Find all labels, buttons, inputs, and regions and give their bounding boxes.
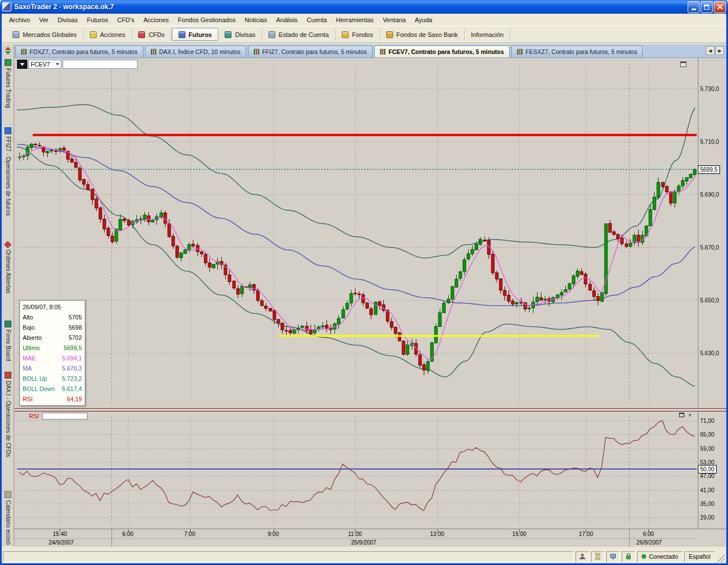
rsi-close-icon[interactable]: ×	[686, 412, 693, 418]
info-timestamp: 26/09/07, 8:05	[23, 302, 82, 312]
info-row-label: MA	[23, 363, 32, 373]
time-label: 15:40	[53, 531, 67, 537]
rsi-midline-tag: 50,00	[698, 465, 717, 473]
rsi-restore-icon[interactable]	[678, 412, 685, 418]
lock-icon[interactable]	[622, 551, 635, 562]
app-window: SaxoTrader 2 - workspace.ok.7 ArchivoVer…	[0, 0, 728, 565]
resize-grip[interactable]	[717, 551, 725, 562]
toolbar-button-cfds[interactable]: CFDs	[132, 28, 171, 41]
sidebar-collapse-control[interactable]	[5, 44, 11, 57]
sidebar-item-forex-board[interactable]: Forex Board	[5, 318, 11, 369]
sidebar-item-label: Futures Trading	[5, 68, 11, 108]
menu-acciones[interactable]: Acciones	[139, 15, 173, 25]
info-row-mae: MAE5.694,1	[23, 353, 82, 363]
menu-analisis[interactable]: Análisis	[271, 15, 302, 25]
tab-dax-i[interactable]: DAX.I, Índice CFD, 10 minutos	[145, 45, 246, 57]
sidebar-item-dax-i-operaciones-de-cfds[interactable]: DAX.I - Operaciones de CFDs	[5, 369, 11, 489]
tab-label: FESXZ7, Contrato para futuros, 5 minutos	[526, 48, 637, 55]
markets-icon	[13, 31, 19, 38]
sidebar-item-futures-trading[interactable]: Futures Trading	[5, 57, 11, 125]
toolbar-button-acciones[interactable]: Acciones	[84, 28, 133, 41]
language-indicator[interactable]: Español	[684, 551, 715, 562]
window-border	[0, 14, 2, 565]
info-row-label: Alto	[23, 312, 33, 322]
maximize-button[interactable]	[701, 1, 713, 13]
sidebar-item-label: Ordenes Abiertas	[5, 250, 11, 293]
price-chart-canvas[interactable]	[14, 58, 726, 408]
menu-ver[interactable]: Ver	[35, 15, 53, 25]
language-label: Español	[689, 553, 710, 560]
menu-fondos-gestionados[interactable]: Fondos Gestionados	[173, 15, 241, 25]
menu-ayuda[interactable]: Ayuda	[410, 15, 437, 25]
menubar: ArchivoVerDivisasFuturosCFD'sAccionesFon…	[2, 14, 726, 26]
symbol-select[interactable]: FCEV7	[28, 60, 61, 69]
toolbar-button-estado-de-cuenta[interactable]: Estado de Cuenta	[262, 28, 336, 41]
toolbar-button-fondos-de-saxo-bank[interactable]: Fondos de Saxo Bank	[380, 28, 465, 41]
tab-label: FFIZ7, Contrato para futuros, 5 minutos	[262, 48, 367, 55]
tab-scroll-left-icon[interactable]: ◀	[706, 46, 714, 55]
toolbar-button-informacion[interactable]: Información	[465, 28, 510, 41]
menu-cuenta[interactable]: Cuenta	[302, 15, 331, 25]
toolbar-button-label: Estado de Cuenta	[279, 31, 329, 38]
info-row-value: 5.723,2	[62, 373, 82, 384]
tab-scroll-right-icon[interactable]: ▶	[715, 46, 724, 55]
menu-cfd-s[interactable]: CFD's	[113, 15, 139, 25]
close-button[interactable]	[714, 1, 726, 13]
menu-ventana[interactable]: Ventana	[378, 15, 410, 25]
info-row-label: BOLL Up	[23, 373, 47, 384]
chart-maximize-icon[interactable]	[680, 61, 686, 67]
info-row-ma: MA5.670,3	[23, 363, 82, 373]
sidebar-item-calendario-econo[interactable]: Calendario econó	[5, 489, 11, 546]
chart-menu-dropdown-icon[interactable]	[17, 60, 27, 69]
menu-divisas[interactable]: Divisas	[53, 15, 82, 25]
tab-chart-icon	[151, 49, 156, 55]
time-label: 6:00	[643, 531, 653, 537]
user-icon[interactable]	[576, 551, 589, 562]
rsi-header: RSI	[29, 413, 88, 419]
menu-noticias[interactable]: Noticias	[240, 15, 271, 25]
toolbar-button-futuros[interactable]: Futuros	[172, 28, 219, 41]
menu-futuros[interactable]: Futuros	[82, 15, 113, 25]
info-row-value: 5699,5	[64, 343, 82, 353]
info-row-value: 64,19	[67, 394, 82, 404]
toolbar-button-label: Información	[471, 31, 503, 38]
toolbar: Mercados GlobalesAccionesCFDsFuturosDivi…	[2, 26, 726, 43]
menu-herramientas[interactable]: Herramientas	[332, 15, 378, 25]
info-row-boll-up: BOLL Up5.723,2	[23, 373, 82, 384]
tab-fcev7[interactable]: FCEV7, Contrato para futuros, 5 minutos	[374, 45, 510, 57]
tab-chart-icon	[254, 49, 259, 55]
info-row-bajo: Bajo5698	[23, 322, 82, 333]
tab-label: DAX.I, Índice CFD, 10 minutos	[159, 48, 241, 55]
minimize-button[interactable]	[688, 1, 700, 13]
tab-fesxz7[interactable]: FESXZ7, Contrato para futuros, 5 minutos	[511, 45, 643, 57]
info-row-label: Bajo	[23, 322, 35, 333]
saxofunds-icon	[386, 31, 393, 38]
info-row-value: 5702	[69, 333, 82, 343]
network-icon[interactable]	[606, 551, 620, 562]
time-axis: 15:406:007:009:0011:0013:0015:0017:006:0…	[14, 529, 726, 547]
date-label: 25/9/2007	[351, 539, 377, 546]
sidebar-item-label: Calendario econó	[5, 500, 11, 545]
toolbar-button-mercados-globales[interactable]: Mercados Globales	[6, 28, 84, 41]
symbol-search-input[interactable]	[63, 60, 138, 69]
toolbar-button-label: CFDs	[148, 31, 164, 38]
toolbar-button-label: Fondos de Saxo Bank	[396, 31, 458, 38]
toolbar-button-divisas[interactable]: Divisas	[218, 28, 262, 41]
hourglass-icon[interactable]	[591, 551, 605, 562]
funds-icon	[342, 31, 349, 38]
tab-fdxz7[interactable]: FDXZ7, Contrato para futuros, 5 minutos	[15, 45, 143, 57]
futures-ops-icon	[5, 127, 11, 134]
time-label: 6:00	[122, 531, 133, 537]
info-row-alto: Alto5705	[23, 312, 82, 322]
titlebar[interactable]: SaxoTrader 2 - workspace.ok.7	[0, 0, 728, 14]
tab-ffiz7[interactable]: FFIZ7, Contrato para futuros, 5 minutos	[248, 45, 373, 57]
rsi-chart-canvas[interactable]	[14, 412, 726, 529]
menu-archivo[interactable]: Archivo	[5, 15, 35, 25]
sidebar-item-ffiz7-operaciones-de-futuros[interactable]: FFIZ7 - Operaciones de futuros	[5, 125, 11, 239]
sidebar-item-ordenes-abiertas[interactable]: Ordenes Abiertas	[5, 239, 11, 318]
toolbar-button-fondos[interactable]: Fondos	[336, 28, 380, 41]
rsi-parameter-field[interactable]	[42, 413, 88, 419]
stocks-icon	[90, 31, 97, 38]
chevron-down-icon	[56, 63, 59, 65]
window-title: SaxoTrader 2 - workspace.ok.7	[14, 3, 686, 11]
